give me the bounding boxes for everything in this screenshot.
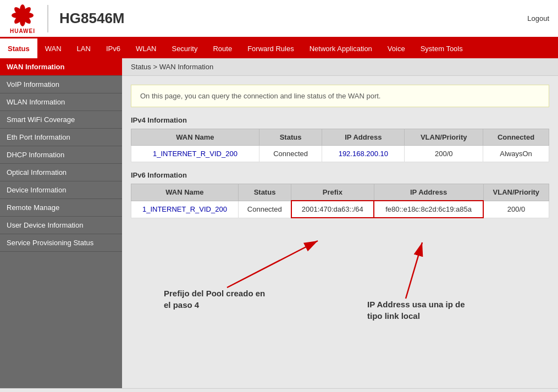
nav-wlan[interactable]: WLAN (128, 38, 164, 58)
sidebar-item-device-info[interactable]: Device Information (0, 181, 122, 199)
nav-network-application[interactable]: Network Application (302, 38, 380, 58)
sidebar-item-optical[interactable]: Optical Information (0, 164, 122, 181)
logout-button[interactable]: Logout (527, 14, 549, 23)
footer: Copyright © Huawei Technologies Co., Ltd… (0, 388, 558, 392)
nav-wan[interactable]: WAN (37, 38, 69, 58)
ipv6-wan-name[interactable]: 1_INTERNET_R_VID_200 (131, 201, 239, 218)
sidebar-item-wlan-information[interactable]: WLAN Information (0, 93, 122, 111)
ipv6-prefix: 2001:470:da63::/64 (291, 201, 374, 218)
nav-system-tools[interactable]: System Tools (413, 38, 471, 58)
nav-ipv6[interactable]: IPv6 (98, 38, 128, 58)
nav-route[interactable]: Route (205, 38, 240, 58)
sidebar-item-user-device[interactable]: User Device Information (0, 217, 122, 234)
device-name: HG8546M (59, 10, 527, 27)
ipv4-status: Connected (259, 146, 322, 162)
sidebar-item-remote-manage[interactable]: Remote Manage (0, 199, 122, 217)
ipv4-table: WAN Name Status IP Address VLAN/Priority… (131, 129, 549, 162)
ipv4-section-title: IPv4 Information (131, 116, 549, 124)
content-area: On this page, you can query the connecti… (122, 76, 558, 357)
ipv6-col-status: Status (238, 184, 291, 201)
huawei-logo-text: HUAWEI (10, 28, 35, 34)
ipv6-col-vlan: VLAN/Priority (483, 184, 549, 201)
ipv6-ip-address: fe80::e18c:8c2d:6c19:a85a (374, 201, 483, 218)
nav-status[interactable]: Status (0, 38, 37, 58)
annotation-prefix-text: Prefijo del Pool creado enel paso 4 (164, 288, 265, 311)
table-row: 1_INTERNET_R_VID_200 Connected 2001:470:… (131, 201, 549, 218)
sidebar-item-eth-port[interactable]: Eth Port Information (0, 129, 122, 146)
layout: WAN Information VoIP Information WLAN In… (0, 58, 558, 388)
logo-area: HUAWEI (9, 3, 36, 34)
table-row: 1_INTERNET_R_VID_200 Connected 192.168.2… (131, 146, 549, 162)
ipv6-col-prefix: Prefix (291, 184, 374, 201)
main-content: Status > WAN Information On this page, y… (122, 58, 558, 388)
nav-security[interactable]: Security (164, 38, 205, 58)
ipv6-col-wan-name: WAN Name (131, 184, 239, 201)
ipv4-col-connected: Connected (483, 129, 549, 146)
annotation-area: Prefijo del Pool creado enel paso 4 IP A… (131, 227, 549, 348)
breadcrumb: Status > WAN Information (122, 58, 558, 76)
ipv4-col-ip-address: IP Address (322, 129, 405, 146)
ipv4-col-status: Status (259, 129, 322, 146)
sidebar-item-dhcp[interactable]: DHCP Information (0, 146, 122, 164)
ipv6-status: Connected (238, 201, 291, 218)
sidebar-item-voip-information[interactable]: VoIP Information (0, 76, 122, 93)
huawei-logo-icon (9, 3, 36, 28)
ipv6-table: WAN Name Status Prefix IP Address VLAN/P… (131, 184, 549, 218)
ipv6-vlan-priority: 200/0 (483, 201, 549, 218)
ipv6-section-title: IPv6 Information (131, 171, 549, 179)
svg-line-11 (406, 242, 422, 299)
ipv4-vlan-priority: 200/0 (405, 146, 483, 162)
ipv4-col-vlan: VLAN/Priority (405, 129, 483, 146)
main-nav: Status WAN LAN IPv6 WLAN Security Route … (0, 38, 558, 58)
nav-forward-rules[interactable]: Forward Rules (240, 38, 302, 58)
annotation-arrows (131, 227, 516, 343)
ipv4-ip-address[interactable]: 192.168.200.10 (322, 146, 405, 162)
ipv4-connected: AlwaysOn (483, 146, 549, 162)
nav-voice[interactable]: Voice (380, 38, 413, 58)
sidebar-item-smart-wifi[interactable]: Smart WiFi Coverage (0, 111, 122, 129)
ipv4-wan-name[interactable]: 1_INTERNET_R_VID_200 (131, 146, 259, 162)
sidebar-item-wan-information[interactable]: WAN Information (0, 58, 122, 76)
ipv4-col-wan-name: WAN Name (131, 129, 259, 146)
info-box: On this page, you can query the connecti… (131, 85, 549, 107)
sidebar-item-service-provisioning[interactable]: Service Provisioning Status (0, 234, 122, 252)
svg-line-10 (227, 241, 318, 288)
header-divider (47, 5, 48, 32)
annotation-ip-text: IP Address usa una ip detipo link local (367, 299, 465, 322)
nav-lan[interactable]: LAN (69, 38, 98, 58)
header: HUAWEI HG8546M Logout (0, 0, 558, 38)
ipv6-col-ip-address: IP Address (374, 184, 483, 201)
sidebar: WAN Information VoIP Information WLAN In… (0, 58, 122, 388)
